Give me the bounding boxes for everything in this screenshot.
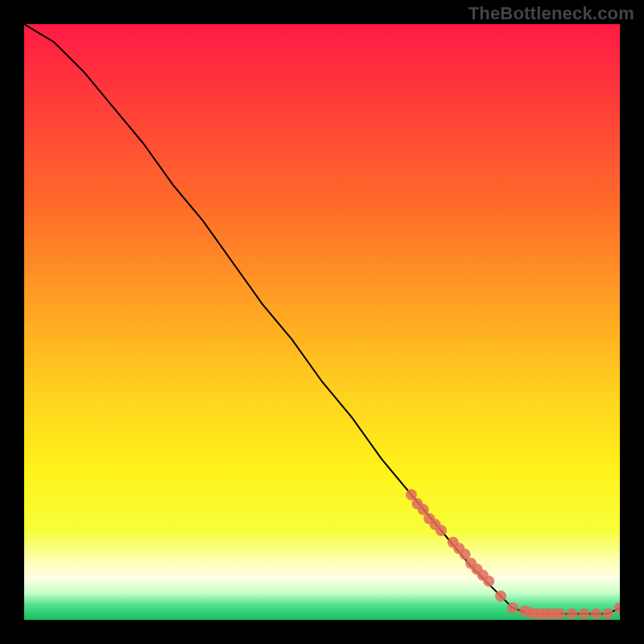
chart-svg [24,24,620,620]
data-point [567,609,578,620]
plot-area [24,24,620,620]
gradient-background [24,24,620,620]
data-point [507,602,518,613]
data-point [590,609,601,620]
chart-frame: TheBottleneck.com [0,0,644,644]
data-point [602,609,613,620]
data-point [555,609,566,620]
data-point [495,590,506,601]
data-point [579,609,590,620]
watermark-text: TheBottleneck.com [469,3,634,24]
data-point [483,576,494,587]
data-point [436,525,447,536]
